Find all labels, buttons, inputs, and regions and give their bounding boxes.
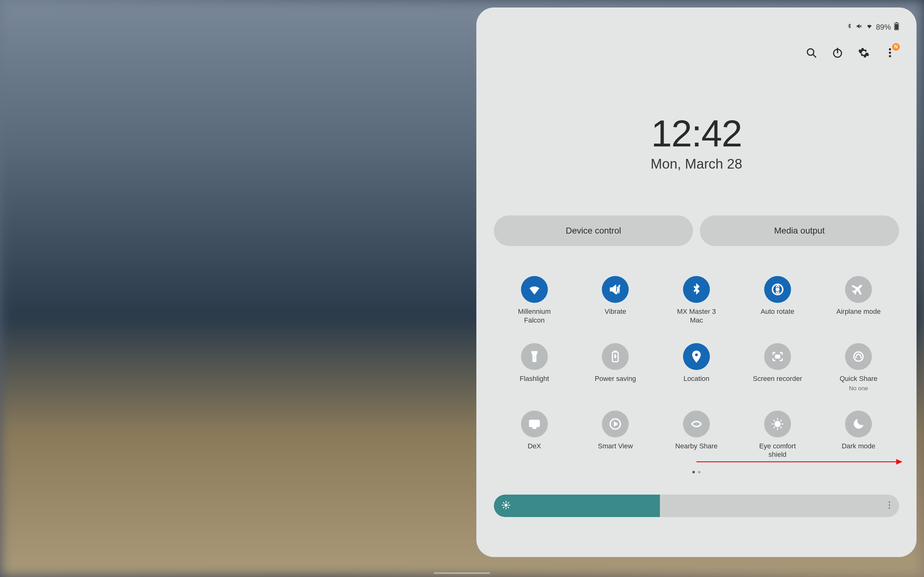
svg-point-16 [854, 352, 863, 361]
tile-label: Smart View [598, 442, 633, 451]
search-button[interactable] [805, 47, 817, 59]
battery-percentage: 89% [876, 23, 891, 32]
tile-label: Location [683, 374, 709, 383]
svg-point-41 [889, 501, 890, 503]
rotate-icon [764, 276, 791, 303]
svg-point-32 [504, 504, 507, 507]
svg-point-7 [889, 48, 891, 50]
tile-label: Quick Share [840, 374, 877, 383]
svg-text:A: A [776, 422, 779, 426]
battery-icon [894, 22, 899, 32]
quick-tile-power-saving[interactable]: Power saving [575, 343, 656, 392]
power-icon [832, 47, 844, 59]
pager-dot-active [692, 471, 695, 473]
quick-tile-nearby-share[interactable]: Nearby Share [656, 411, 737, 459]
dark-mode-icon [845, 411, 872, 437]
mute-status-icon [856, 23, 863, 32]
more-button[interactable]: N [884, 47, 896, 59]
quick-tile-bluetooth[interactable]: MX Master 3 Mac [656, 276, 737, 324]
svg-rect-1 [896, 22, 897, 23]
flashlight-icon [521, 343, 548, 370]
wifi-icon [521, 276, 548, 303]
navigation-handle[interactable] [434, 572, 490, 574]
tile-label: Eye comfort shield [751, 442, 804, 459]
svg-point-8 [889, 52, 891, 54]
svg-line-37 [503, 502, 504, 503]
brightness-more-button[interactable] [888, 501, 891, 511]
tile-label: Flashlight [520, 374, 549, 383]
pill-row: Device control Media output [494, 216, 899, 246]
clock-time: 12:42 [494, 112, 899, 155]
quick-tile-wifi[interactable]: Millennium Falcon [494, 276, 575, 324]
tile-label: Airplane mode [836, 307, 881, 316]
svg-point-42 [889, 504, 890, 506]
svg-rect-2 [895, 24, 898, 30]
tile-label: MX Master 3 Mac [670, 307, 723, 324]
nearby-share-icon [683, 411, 710, 437]
svg-text:DeX: DeX [530, 421, 538, 426]
quick-tile-flashlight[interactable]: Flashlight [494, 343, 575, 392]
svg-marker-45 [896, 459, 903, 464]
svg-marker-21 [614, 422, 618, 426]
quick-tiles-grid: Millennium FalconVibrateMX Master 3 MacA… [494, 276, 899, 459]
media-output-button[interactable]: Media output [700, 216, 899, 246]
quick-tile-airplane[interactable]: Airplane mode [818, 276, 899, 324]
quick-tile-smart-view[interactable]: Smart View [575, 411, 656, 459]
tile-label: Millennium Falcon [508, 307, 561, 324]
pager-dot-inactive [698, 471, 700, 473]
tile-label: Auto rotate [761, 307, 794, 316]
screen-recorder-icon [764, 343, 791, 370]
eye-comfort-icon: A [764, 411, 791, 437]
tile-label: Nearby Share [675, 442, 718, 451]
power-saving-icon [602, 343, 629, 370]
quick-share-icon [845, 343, 872, 370]
bluetooth-status-icon [846, 23, 853, 32]
power-button[interactable] [832, 47, 844, 59]
quick-tile-location[interactable]: Location [656, 343, 737, 392]
quick-tile-rotate[interactable]: Auto rotate [737, 276, 818, 324]
brightness-sun-icon [501, 501, 511, 511]
svg-rect-18 [533, 427, 536, 429]
quick-settings-panel: 89% N 12:42 Mon, March 28 Device control… [476, 8, 916, 557]
svg-line-39 [503, 507, 504, 508]
pill-label: Media output [774, 226, 825, 236]
tile-label: Vibrate [605, 307, 626, 316]
quick-tile-eye-comfort[interactable]: AEye comfort shield [737, 411, 818, 459]
brightness-slider[interactable] [494, 495, 899, 517]
pager-dots [494, 471, 899, 473]
tile-label: Power saving [595, 374, 636, 383]
svg-rect-14 [614, 351, 617, 352]
location-icon [683, 343, 710, 370]
clock-date: Mon, March 28 [494, 156, 899, 172]
pill-label: Device control [566, 226, 621, 236]
device-control-button[interactable]: Device control [494, 216, 693, 246]
tile-sublabel: No one [849, 385, 868, 392]
svg-line-4 [813, 55, 816, 58]
smart-view-icon [602, 411, 629, 437]
quick-tile-dark-mode[interactable]: Dark mode [818, 411, 899, 459]
quick-tile-quick-share[interactable]: Quick ShareNo one [818, 343, 899, 392]
clock-block: 12:42 Mon, March 28 [494, 112, 899, 172]
quick-tile-screen-recorder[interactable]: Screen recorder [737, 343, 818, 392]
quick-tile-vibrate[interactable]: Vibrate [575, 276, 656, 324]
svg-point-9 [889, 55, 891, 58]
notification-badge: N [892, 43, 900, 51]
svg-point-12 [776, 288, 779, 291]
dex-icon: DeX [521, 411, 548, 437]
svg-line-38 [508, 507, 509, 508]
gear-icon [858, 47, 870, 59]
svg-line-28 [781, 427, 782, 428]
quick-tile-dex[interactable]: DeXDeX [494, 411, 575, 459]
tile-label: Screen recorder [753, 374, 802, 383]
search-icon [805, 47, 817, 59]
svg-line-29 [774, 427, 775, 428]
bluetooth-icon [683, 276, 710, 303]
settings-button[interactable] [858, 47, 870, 59]
tile-label: Dark mode [842, 442, 875, 451]
panel-top-actions: N [494, 47, 899, 59]
svg-line-30 [781, 420, 782, 421]
svg-point-43 [889, 508, 890, 509]
tile-label: DeX [528, 442, 541, 451]
brightness-fill [494, 495, 660, 517]
status-bar: 89% [494, 22, 899, 32]
